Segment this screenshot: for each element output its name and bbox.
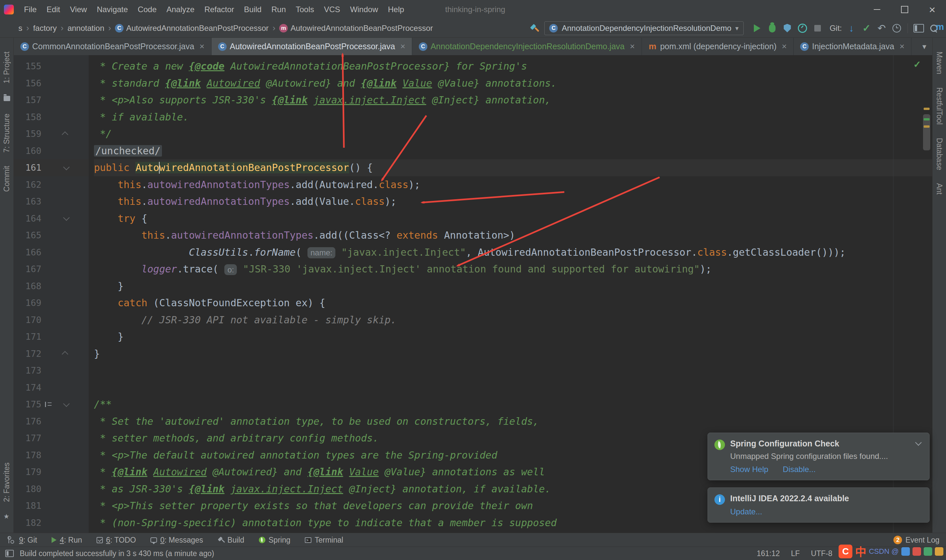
fold-slot: [56, 216, 75, 221]
editor-tab[interactable]: pom.xml (dependency-injection): [642, 38, 794, 55]
fold-down-icon[interactable]: [63, 400, 69, 407]
profiler-button[interactable]: [795, 21, 810, 36]
line-number: 163: [14, 196, 42, 206]
code-token: }: [94, 280, 123, 292]
editor-tab[interactable]: CommonAnnotationBeanPostProcessor.java: [14, 38, 211, 55]
run-button[interactable]: [750, 21, 765, 36]
menu-edit[interactable]: Edit: [42, 5, 65, 14]
breadcrumb-item[interactable]: annotation: [67, 24, 104, 33]
commit-button[interactable]: [859, 21, 874, 36]
code-token: {@link: [361, 77, 396, 89]
breadcrumb-label: factory: [33, 24, 57, 33]
file-encoding[interactable]: UTF-8: [811, 549, 832, 558]
stop-button[interactable]: [810, 21, 825, 36]
tool-window-button-restfultool[interactable]: RestfulTool: [935, 87, 944, 125]
code-token: try: [118, 213, 135, 224]
tool-window-button-maven[interactable]: Maven: [935, 52, 944, 74]
menu-code[interactable]: Code: [133, 5, 161, 14]
tool-window-button-terminal[interactable]: Terminal: [305, 536, 343, 545]
code-token: {@link: [272, 94, 307, 106]
breadcrumb-item[interactable]: AutowiredAnnotationBeanPostProcessor: [115, 24, 269, 33]
menu-navigate[interactable]: Navigate: [92, 5, 133, 14]
line-number: 162: [14, 180, 42, 190]
minimize-button[interactable]: [863, 0, 891, 19]
code-token: autowiredAnnotationTypes: [148, 179, 290, 191]
fold-up-icon[interactable]: [62, 131, 68, 138]
close-icon[interactable]: [899, 42, 904, 52]
coverage-button[interactable]: [780, 21, 795, 36]
line-number: 174: [14, 382, 42, 392]
tool-window-button-spring[interactable]: Spring: [259, 536, 290, 545]
breadcrumb-item[interactable]: factory: [33, 24, 57, 33]
editor-tab[interactable]: AnnotationDependencyInjectionResolutionD…: [412, 38, 642, 55]
editor-tab[interactable]: InjectionMetadata.java: [793, 38, 911, 55]
layout-button[interactable]: [911, 21, 926, 36]
menu-build[interactable]: Build: [239, 5, 267, 14]
tool-window-button-messages[interactable]: 0: Messages: [151, 536, 203, 545]
code-token: ClassUtils: [189, 246, 248, 258]
wrench-icon[interactable]: [530, 24, 538, 32]
notification-text: Unmapped Spring configuration files foun…: [730, 452, 923, 461]
close-button[interactable]: [918, 0, 946, 19]
close-icon[interactable]: [630, 42, 635, 52]
gutter-row: 172: [14, 345, 89, 362]
menu-analyze[interactable]: Analyze: [162, 5, 199, 14]
tool-window-label: 4: Run: [60, 536, 82, 545]
tool-window-button-7-structure[interactable]: 7: Structure: [2, 114, 11, 152]
close-icon[interactable]: [199, 42, 204, 52]
menu-vcs[interactable]: VCS: [319, 5, 345, 14]
build-icon: [217, 537, 224, 543]
breadcrumb-item[interactable]: s: [18, 24, 22, 33]
editor-tab[interactable]: AutowiredAnnotationBeanPostProcessor.jav…: [211, 38, 412, 55]
fold-down-icon[interactable]: [63, 164, 69, 170]
tool-window-button-run[interactable]: 4: Run: [52, 536, 82, 545]
notification-link[interactable]: Show Help: [730, 465, 768, 474]
watermark-emoji-icon: [924, 547, 932, 556]
run-configuration-select[interactable]: AnnotationDependencyInjectionResolutionD…: [544, 22, 743, 35]
collapse-chevron-icon[interactable]: [915, 439, 922, 446]
menu-refactor[interactable]: Refactor: [199, 5, 239, 14]
title-bar: FileEditViewNavigateCodeAnalyzeRefactorB…: [0, 0, 946, 19]
menu-file[interactable]: File: [19, 5, 42, 14]
tool-window-button-2-favorites[interactable]: 2: Favorites: [2, 463, 11, 502]
notification-title: IntelliJ IDEA 2022.2.4 available: [730, 494, 923, 503]
history-button[interactable]: [889, 21, 904, 36]
play-icon: [754, 24, 760, 32]
tool-window-button-database[interactable]: Database: [935, 138, 944, 170]
close-icon[interactable]: [782, 42, 787, 52]
tool-window-button-commit[interactable]: Commit: [2, 166, 11, 192]
notification-link[interactable]: Disable...: [783, 465, 816, 474]
tool-window-button-1-project[interactable]: 1: Project: [2, 52, 11, 83]
tool-window-button-git[interactable]: 9: Git: [6, 536, 37, 545]
status-right-widgets: 161:12 LF UTF-8: [757, 549, 832, 558]
code-token: * as JSR-330's: [94, 483, 189, 495]
tool-window-button-todo[interactable]: 6: TODO: [97, 536, 136, 545]
left-stripe-bottom: 2: Favorites: [2, 456, 11, 526]
menu-help[interactable]: Help: [383, 5, 409, 14]
tool-window-switcher-icon[interactable]: [5, 550, 14, 557]
tool-window-button-build[interactable]: Build: [217, 536, 244, 545]
star-icon[interactable]: [4, 514, 10, 520]
close-icon[interactable]: [401, 42, 405, 52]
menu-run[interactable]: Run: [267, 5, 291, 14]
menu-view[interactable]: View: [65, 5, 92, 14]
folder-icon[interactable]: [4, 96, 10, 101]
debug-button[interactable]: [765, 21, 780, 36]
hidden-tabs-icon[interactable]: [917, 42, 932, 51]
rollback-button[interactable]: [874, 21, 889, 36]
tool-window-button-ant[interactable]: Ant: [935, 183, 944, 195]
fold-down-icon[interactable]: [63, 214, 69, 221]
notification-links: Update...: [730, 507, 923, 516]
notification-link[interactable]: Update...: [730, 507, 762, 516]
caret-position[interactable]: 161:12: [757, 549, 780, 558]
maven-icon[interactable]: [936, 22, 944, 32]
breadcrumb-item[interactable]: AutowiredAnnotationBeanPostProcessor: [279, 24, 433, 33]
maximize-button[interactable]: [891, 0, 918, 19]
gutter-row: 155: [14, 58, 89, 75]
line-number: 170: [14, 315, 42, 325]
menu-tools[interactable]: Tools: [291, 5, 319, 14]
line-ending[interactable]: LF: [791, 549, 800, 558]
update-project-button[interactable]: [844, 21, 859, 36]
menu-window[interactable]: Window: [345, 5, 383, 14]
fold-up-icon[interactable]: [62, 351, 68, 357]
